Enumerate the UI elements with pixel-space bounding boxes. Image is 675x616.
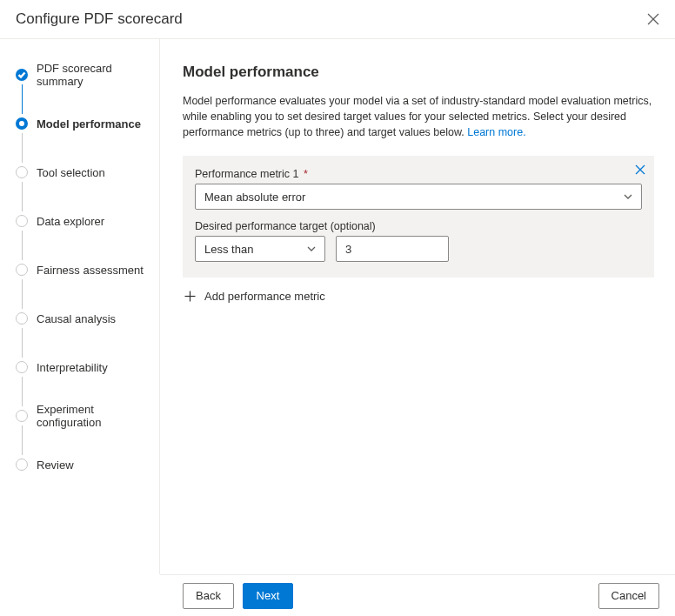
- step-model-performance[interactable]: Model performance: [16, 114, 159, 133]
- back-button[interactable]: Back: [183, 583, 234, 609]
- step-fairness-assessment[interactable]: Fairness assessment: [16, 260, 159, 279]
- step-label: Fairness assessment: [37, 264, 144, 277]
- next-button[interactable]: Next: [243, 583, 293, 609]
- close-icon[interactable]: [647, 13, 659, 25]
- step-connector: [22, 328, 23, 358]
- step-label: Interpretability: [37, 361, 108, 374]
- step-connector: [22, 133, 23, 163]
- step-label: Model performance: [37, 117, 141, 131]
- step-label: Tool selection: [37, 166, 105, 179]
- step-indicator-upcoming: [16, 410, 28, 422]
- step-connector: [22, 377, 23, 406]
- step-connector: [22, 425, 23, 455]
- step-indicator-upcoming: [16, 312, 28, 325]
- performance-metric-card: Performance metric 1 * Mean absolute err…: [183, 156, 654, 278]
- remove-metric-icon[interactable]: [635, 164, 645, 175]
- dialog-header: Configure PDF scorecard: [0, 0, 675, 39]
- select-value: Mean absolute error: [204, 191, 305, 204]
- description-text: Model performance evaluates your model v…: [183, 95, 652, 138]
- step-indicator-upcoming: [16, 166, 28, 178]
- performance-metric-select[interactable]: Mean absolute error: [195, 184, 642, 210]
- step-causal-analysis[interactable]: Causal analysis: [16, 309, 159, 328]
- step-connector: [22, 182, 23, 211]
- chevron-down-icon: [307, 244, 316, 253]
- cancel-button[interactable]: Cancel: [598, 583, 659, 609]
- add-metric-label: Add performance metric: [204, 290, 325, 303]
- plus-icon: [184, 291, 196, 302]
- add-performance-metric-button[interactable]: Add performance metric: [183, 278, 654, 315]
- metric-select-label: Performance metric 1 *: [195, 168, 642, 180]
- step-connector: [22, 231, 23, 260]
- step-indicator-completed: [16, 69, 28, 81]
- step-review[interactable]: Review: [16, 455, 159, 474]
- step-indicator-upcoming: [16, 215, 28, 227]
- target-comparator-select[interactable]: Less than: [195, 236, 325, 262]
- step-tool-selection[interactable]: Tool selection: [16, 163, 159, 182]
- step-indicator-upcoming: [16, 264, 28, 276]
- step-experiment-configuration[interactable]: Experiment configuration: [16, 406, 159, 425]
- wizard-steps-nav: PDF scorecard summary Model performance …: [0, 39, 160, 574]
- step-label: Review: [37, 459, 74, 472]
- target-label: Desired performance target (optional): [195, 220, 642, 232]
- page-description: Model performance evaluates your model v…: [183, 93, 654, 140]
- learn-more-link[interactable]: Learn more.: [467, 126, 525, 138]
- step-label: Causal analysis: [37, 312, 116, 325]
- required-asterisk: *: [300, 168, 307, 180]
- target-row: Less than: [195, 236, 642, 262]
- step-data-explorer[interactable]: Data explorer: [16, 211, 159, 231]
- step-label: Experiment configuration: [37, 403, 159, 429]
- step-connector: [22, 279, 23, 309]
- chevron-down-icon: [624, 192, 632, 201]
- step-indicator-current: [16, 117, 28, 130]
- step-label: PDF scorecard summary: [37, 62, 159, 88]
- main-content: Model performance Model performance eval…: [160, 39, 675, 574]
- step-label: Data explorer: [37, 215, 104, 228]
- page-title: Model performance: [183, 64, 654, 81]
- step-indicator-upcoming: [16, 459, 28, 471]
- step-interpretability[interactable]: Interpretability: [16, 358, 159, 377]
- select-value: Less than: [204, 243, 253, 256]
- target-value-input[interactable]: [336, 236, 449, 262]
- step-indicator-upcoming: [16, 361, 28, 373]
- wizard-footer: Back Next Cancel: [160, 574, 675, 616]
- step-connector: [22, 84, 23, 114]
- step-pdf-scorecard-summary[interactable]: PDF scorecard summary: [16, 65, 159, 84]
- dialog-title: Configure PDF scorecard: [16, 10, 183, 28]
